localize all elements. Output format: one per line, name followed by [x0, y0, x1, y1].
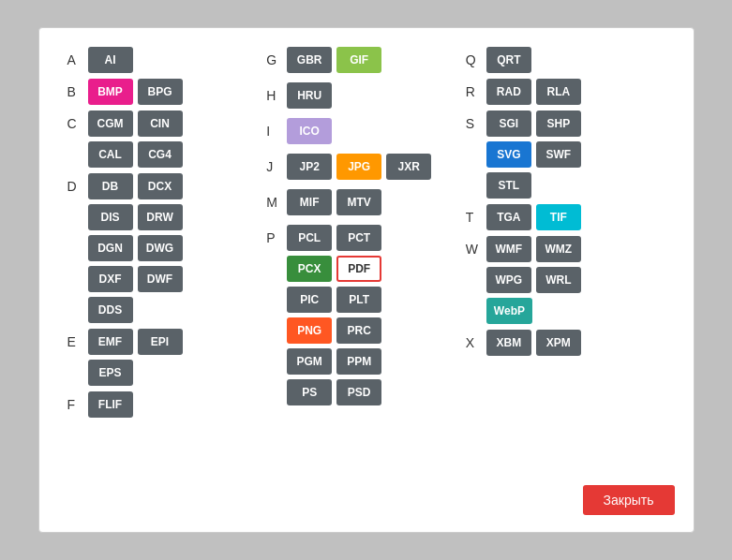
badges-container: HRU [287, 82, 466, 109]
letter-row-T: TTGATIF [466, 204, 665, 230]
badges-container: GBRGIF [287, 47, 466, 73]
format-badge-rad[interactable]: RAD [486, 79, 531, 105]
badges-wrapper: TGATIF [486, 204, 581, 230]
format-columns: AAIBBMPBPGCCGMCINCALCG4DDBDCXDISDRWDGNDW… [67, 47, 665, 423]
letter-row-M: MMIFMTV [266, 189, 466, 219]
letter-row-I: IICO [266, 118, 466, 148]
format-badge-pcx[interactable]: PCX [287, 256, 332, 282]
format-badge-pcl[interactable]: PCL [287, 225, 332, 251]
badge-subrow: DDS [88, 297, 183, 323]
format-badge-pic[interactable]: PIC [287, 287, 332, 313]
letter-label: F [67, 391, 88, 412]
letter-row-B: BBMPBPG [67, 79, 267, 105]
badges-wrapper: BMPBPG [88, 79, 183, 105]
format-badge-xpm[interactable]: XPM [536, 330, 581, 356]
format-badge-dxf[interactable]: DXF [88, 266, 133, 292]
format-badge-wrl[interactable]: WRL [536, 267, 581, 293]
format-badge-bpg[interactable]: BPG [138, 79, 183, 105]
format-badge-qrt[interactable]: QRT [486, 47, 531, 73]
letter-label: R [466, 79, 486, 99]
letter-row-G: GGBRGIF [266, 47, 466, 77]
format-badge-tga[interactable]: TGA [486, 204, 531, 230]
letter-row-E: EEMFEPIEPS [67, 329, 267, 386]
badges-wrapper: AI [88, 47, 133, 73]
format-badge-psd[interactable]: PSD [336, 379, 381, 405]
letter-row-R: RRADRLA [466, 79, 665, 105]
format-badge-flif[interactable]: FLIF [88, 391, 133, 418]
format-badge-plt[interactable]: PLT [336, 287, 381, 313]
format-badge-sgi[interactable]: SGI [486, 111, 531, 137]
badge-subrow: EMFEPI [88, 329, 183, 355]
format-badge-rla[interactable]: RLA [536, 79, 581, 105]
format-badge-wpg[interactable]: WPG [486, 267, 531, 293]
format-badge-gbr[interactable]: GBR [287, 47, 332, 73]
letter-label: D [67, 173, 88, 194]
format-badge-dds[interactable]: DDS [88, 297, 133, 323]
badge-subrow: QRT [486, 47, 531, 73]
format-badge-dwf[interactable]: DWF [138, 266, 183, 292]
format-badge-ppm[interactable]: PPM [336, 348, 381, 375]
badges-wrapper: QRT [486, 47, 531, 73]
format-badge-mif[interactable]: MIF [287, 189, 332, 215]
format-badge-dis[interactable]: DIS [88, 204, 133, 230]
format-badge-ai[interactable]: AI [88, 47, 133, 73]
letter-row-A: AAI [67, 47, 267, 73]
format-badge-stl[interactable]: STL [486, 172, 531, 199]
format-badge-dwg[interactable]: DWG [138, 235, 183, 261]
badges-wrapper: WMFWMZWPGWRLWebP [486, 236, 581, 324]
badge-subrow: PNGPRC [287, 317, 381, 344]
format-badge-png[interactable]: PNG [287, 317, 332, 344]
format-badge-emf[interactable]: EMF [88, 329, 133, 355]
format-badge-hru[interactable]: HRU [287, 82, 332, 109]
badge-subrow: DXFDWF [88, 266, 183, 292]
format-badge-db[interactable]: DB [88, 173, 133, 199]
format-badge-wmf[interactable]: WMF [486, 236, 531, 262]
badges-wrapper: DBDCXDISDRWDGNDWGDXFDWFDDS [88, 173, 183, 323]
format-badge-jp2[interactable]: JP2 [287, 154, 332, 180]
format-badge-pgm[interactable]: PGM [287, 348, 332, 375]
format-badge-dcx[interactable]: DCX [138, 173, 183, 199]
letter-label: I [266, 118, 287, 139]
letter-row-P: PPCLPCTPCXPDFPICPLTPNGPRCPGMPPMPSPSD [266, 225, 466, 405]
format-badge-mtv[interactable]: MTV [336, 189, 381, 215]
format-badge-ico[interactable]: ICO [287, 118, 332, 144]
format-badge-drw[interactable]: DRW [138, 204, 183, 230]
badge-subrow: PICPLT [287, 287, 381, 313]
format-badge-cin[interactable]: CIN [138, 111, 183, 137]
format-badge-gif[interactable]: GIF [336, 47, 381, 73]
badges-container: JP2JPGJXR [287, 154, 466, 180]
letter-label: T [466, 204, 486, 225]
badge-subrow: DGNDWG [88, 235, 183, 261]
letter-label: J [266, 154, 287, 174]
letter-label: G [266, 47, 287, 67]
format-badge-pdf[interactable]: PDF [336, 256, 381, 282]
format-badge-ps[interactable]: PS [287, 379, 332, 405]
badge-subrow: PCXPDF [287, 256, 381, 282]
format-badge-dgn[interactable]: DGN [88, 235, 133, 261]
letter-row-X: XXBMXPM [466, 330, 665, 356]
format-badge-jpg[interactable]: JPG [336, 154, 381, 180]
badge-subrow: FLIF [88, 391, 133, 418]
format-badge-tif[interactable]: TIF [536, 204, 581, 230]
format-badge-cgm[interactable]: CGM [88, 111, 133, 137]
badges-wrapper: CGMCINCALCG4 [88, 111, 183, 168]
format-badge-prc[interactable]: PRC [336, 317, 381, 344]
format-badge-wmz[interactable]: WMZ [536, 236, 581, 262]
format-badge-shp[interactable]: SHP [536, 111, 581, 137]
format-badge-bmp[interactable]: BMP [88, 79, 133, 105]
format-badge-cal[interactable]: CAL [88, 141, 133, 168]
format-badge-cg4[interactable]: CG4 [138, 141, 183, 168]
format-badge-webp[interactable]: WebP [486, 298, 532, 324]
letter-label: Q [466, 47, 486, 67]
format-badge-jxr[interactable]: JXR [386, 154, 431, 180]
format-badge-epi[interactable]: EPI [138, 329, 183, 355]
format-badge-eps[interactable]: EPS [88, 360, 133, 386]
format-badge-swf[interactable]: SWF [536, 141, 581, 168]
badges-wrapper: RADRLA [486, 79, 581, 105]
badge-subrow: RADRLA [486, 79, 581, 105]
format-badge-pct[interactable]: PCT [336, 225, 381, 251]
format-badge-svg[interactable]: SVG [486, 141, 531, 168]
badge-subrow: WMFWMZ [486, 236, 581, 262]
close-button[interactable]: Закрыть [583, 485, 675, 515]
format-badge-xbm[interactable]: XBM [486, 330, 531, 356]
